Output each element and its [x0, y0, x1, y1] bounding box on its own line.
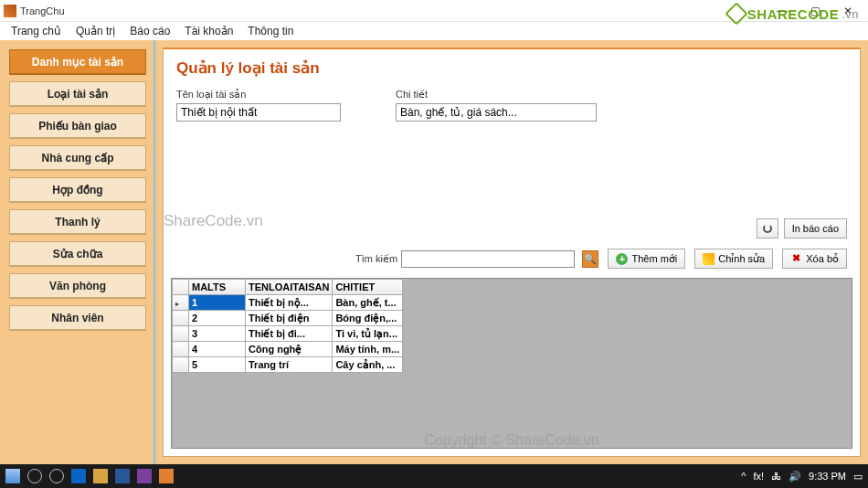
menu-bar: Trang chủ Quản trị Báo cáo Tài khoản Thô…	[0, 22, 868, 40]
sidebar: Danh mục tài sản Loại tài sản Phiếu bàn …	[0, 40, 155, 464]
menu-report[interactable]: Báo cáo	[124, 24, 175, 38]
start-button[interactable]	[5, 469, 20, 483]
search-button[interactable]: 🔍	[582, 250, 598, 268]
row-indicator	[173, 295, 189, 311]
app-icon	[4, 5, 16, 17]
ten-loai-input[interactable]	[176, 103, 341, 122]
refresh-button[interactable]	[757, 218, 778, 239]
logo-icon	[725, 2, 747, 25]
sidebar-item-danh-muc[interactable]: Danh mục tài sản	[9, 49, 146, 75]
search-label: Tìm kiếm	[355, 253, 397, 265]
tray-input-icon[interactable]: fx!	[753, 471, 764, 482]
refresh-icon	[763, 224, 772, 233]
sidebar-item-van-phong[interactable]: Văn phòng	[9, 273, 146, 299]
menu-home[interactable]: Trang chủ	[5, 24, 67, 38]
sidebar-item-thanh-ly[interactable]: Thanh lý	[9, 209, 146, 235]
copyright-watermark: Copyright © ShareCode.vn	[424, 432, 598, 449]
tray-network-icon[interactable]: 🖧	[771, 471, 781, 482]
main-panel: Quản lý loại tài sản Tên loại tài sản Ch…	[163, 48, 861, 457]
chitiet-input[interactable]	[396, 103, 597, 122]
print-report-button[interactable]: In báo cáo	[784, 218, 847, 239]
tray-up-icon[interactable]: ^	[741, 471, 746, 482]
data-grid[interactable]: MALTS TENLOAITAISAN CHITIET 1 Thiết bị n…	[171, 278, 852, 449]
app-taskbar-icon[interactable]	[159, 469, 174, 483]
sidebar-item-loai-tai-san[interactable]: Loại tài sản	[9, 81, 146, 107]
tray-time[interactable]: 9:33 PM	[809, 471, 846, 482]
sidebar-item-nha-cung-cap[interactable]: Nhà cung cấp	[9, 145, 146, 171]
tray-volume-icon[interactable]: 🔊	[789, 471, 801, 483]
explorer-icon[interactable]	[93, 469, 108, 483]
menu-account[interactable]: Tài khoản	[179, 24, 238, 38]
watermark-text: ShareCode.vn	[164, 212, 263, 230]
edge-icon[interactable]	[71, 469, 86, 483]
edit-icon	[703, 253, 715, 265]
menu-info[interactable]: Thông tin	[242, 24, 299, 38]
table-row[interactable]: 5 Trang trí Cây cảnh, ...	[173, 357, 403, 373]
table-header-row: MALTS TENLOAITAISAN CHITIET	[173, 280, 403, 295]
vs-icon[interactable]	[137, 469, 152, 483]
add-button[interactable]: +Thêm mới	[608, 249, 685, 269]
word-icon[interactable]	[115, 469, 130, 483]
table-row[interactable]: 3 Thiết bị đi... Ti vi, tủ lạn...	[173, 326, 403, 342]
table-row[interactable]: 4 Công nghệ Máy tính, m...	[173, 342, 403, 357]
search-input[interactable]	[401, 250, 575, 268]
sidebar-item-hop-dong[interactable]: Hợp đồng	[9, 177, 146, 203]
edit-button[interactable]: Chỉnh sửa	[694, 249, 773, 269]
sidebar-item-phieu-ban-giao[interactable]: Phiếu bàn giao	[9, 113, 146, 139]
delete-icon: ✖	[790, 253, 802, 265]
menu-admin[interactable]: Quản trị	[70, 24, 121, 38]
taskview-icon[interactable]	[49, 469, 64, 483]
delete-button[interactable]: ✖Xóa bỏ	[782, 249, 847, 269]
page-title: Quản lý loại tài sản	[164, 49, 860, 81]
col-tenloai[interactable]: TENLOAITAISAN	[246, 280, 333, 295]
sharecode-logo: SHARECODE.vn	[728, 5, 859, 22]
col-chitiet[interactable]: CHITIET	[333, 280, 403, 295]
col-malts[interactable]: MALTS	[189, 280, 246, 295]
row-header-corner	[173, 280, 189, 295]
chitiet-label: Chi tiết	[396, 89, 597, 101]
table-row[interactable]: 1 Thiết bị nộ... Bàn, ghế, t...	[173, 295, 403, 311]
plus-icon: +	[616, 253, 628, 265]
ten-loai-label: Tên loại tài sản	[176, 89, 341, 101]
tray-notifications-icon[interactable]: ▭	[853, 471, 863, 483]
table-row[interactable]: 2 Thiết bị điện Bóng điện,...	[173, 311, 403, 326]
sidebar-item-sua-chua[interactable]: Sửa chữa	[9, 241, 146, 267]
taskbar[interactable]: ^ fx! 🖧 🔊 9:33 PM ▭	[0, 464, 868, 488]
window-title: TrangChu	[20, 5, 766, 16]
cortana-icon[interactable]	[27, 469, 42, 483]
sidebar-item-nhan-vien[interactable]: Nhân viên	[9, 305, 146, 331]
